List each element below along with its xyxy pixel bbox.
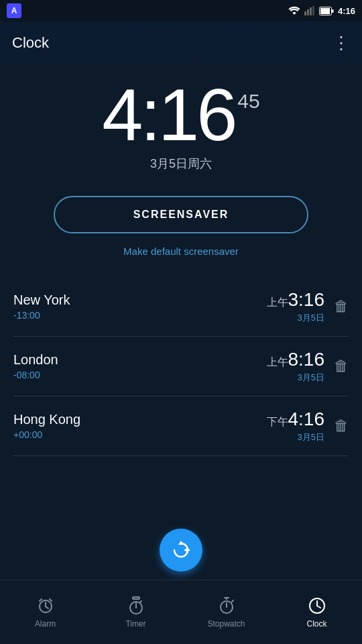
world-time-date-newyork: 3月5日	[298, 312, 324, 324]
delete-icon-newyork[interactable]: 🗑	[334, 298, 349, 315]
clock-item-right-hongkong: 下午4:16 3月5日 🗑	[267, 409, 349, 443]
svg-line-46	[140, 601, 141, 602]
world-time-main-london: 上午8:16	[267, 349, 325, 370]
svg-line-40	[46, 606, 48, 608]
app-header: Clock ⋮	[0, 21, 362, 64]
alarm-icon	[36, 596, 55, 615]
nav-item-alarm[interactable]: Alarm	[0, 596, 90, 629]
clock-main-time: 4:16	[102, 78, 235, 152]
time-prefix-newyork: 上午	[267, 297, 288, 308]
menu-button[interactable]: ⋮	[333, 33, 350, 54]
stopwatch-icon	[217, 596, 236, 615]
status-right: 4:16	[288, 6, 355, 16]
world-time-main-hongkong: 下午4:16	[267, 409, 325, 430]
world-time-main-newyork: 上午3:16	[267, 289, 325, 311]
time-offset-newyork: -13:00	[13, 310, 70, 321]
svg-line-51	[232, 600, 233, 602]
svg-rect-1	[307, 9, 309, 15]
svg-rect-3	[312, 6, 314, 15]
clock-item-left: New York -13:00	[13, 292, 70, 321]
city-name-newyork: New York	[13, 292, 70, 308]
time-prefix-hongkong: 下午	[267, 416, 288, 427]
svg-marker-35	[178, 541, 184, 545]
status-bar: A 4:16	[0, 0, 362, 21]
world-time-date-hongkong: 3月5日	[298, 431, 324, 443]
app-title: Clock	[12, 34, 49, 52]
world-time-newyork: 上午3:16 3月5日	[267, 289, 325, 324]
svg-rect-5	[320, 8, 330, 14]
svg-line-54	[317, 606, 320, 608]
status-time: 4:16	[338, 6, 355, 16]
nav-item-clock[interactable]: Clock	[272, 596, 362, 629]
city-name-hongkong: Hong Kong	[13, 412, 80, 427]
fab-icon	[170, 539, 192, 561]
clock-display: 4:16 45 3月5日周六	[102, 78, 259, 172]
clock-item-right-newyork: 上午3:16 3月5日 🗑	[267, 289, 349, 324]
city-name-london: London	[13, 352, 58, 368]
world-clock-list: New York -13:00 上午3:16 3月5日 🗑 London -08…	[0, 277, 362, 456]
battery-icon	[319, 7, 334, 15]
clock-label: Clock	[306, 619, 326, 629]
timer-icon	[127, 596, 145, 615]
nav-item-stopwatch[interactable]: Stopwatch	[181, 596, 272, 629]
svg-rect-2	[310, 7, 312, 15]
main-content: 4:16 45 3月5日周六 SCREENSAVER Make default …	[0, 64, 362, 456]
clock-item-london: London -08:00 上午8:16 3月5日 🗑	[13, 337, 349, 396]
add-clock-fab[interactable]	[160, 529, 202, 572]
delete-icon-hongkong[interactable]: 🗑	[334, 417, 349, 435]
svg-rect-6	[332, 9, 334, 13]
svg-line-42	[50, 599, 52, 601]
stopwatch-label: Stopwatch	[207, 619, 245, 629]
time-prefix-london: 上午	[267, 356, 288, 368]
wifi-icon	[288, 6, 300, 15]
svg-rect-0	[304, 11, 306, 15]
timer-label: Timer	[125, 619, 145, 629]
clock-item-hongkong: Hong Kong +00:00 下午4:16 3月5日 🗑	[13, 396, 349, 456]
clock-item-left-hongkong: Hong Kong +00:00	[13, 412, 80, 440]
world-time-hongkong: 下午4:16 3月5日	[267, 409, 325, 443]
world-time-date-london: 3月5日	[298, 372, 324, 384]
svg-line-41	[40, 599, 42, 601]
clock-icon	[308, 596, 326, 615]
delete-icon-london[interactable]: 🗑	[334, 358, 349, 375]
bottom-nav: Alarm Timer Stopwatch Clock	[0, 580, 362, 644]
header-area: Clock ⋮	[0, 21, 362, 64]
nav-item-timer[interactable]: Timer	[90, 596, 181, 629]
alarm-label: Alarm	[35, 619, 56, 629]
world-time-london: 上午8:16 3月5日	[267, 349, 325, 384]
clock-seconds: 45	[237, 90, 259, 113]
clock-item-left-london: London -08:00	[13, 352, 58, 380]
svg-rect-43	[133, 597, 139, 599]
clock-time-row: 4:16 45	[102, 78, 259, 152]
signal-icon	[304, 6, 315, 15]
make-default-link[interactable]: Make default screensaver	[123, 246, 239, 257]
screensaver-button[interactable]: SCREENSAVER	[54, 196, 308, 233]
status-left: A	[7, 3, 21, 18]
clock-item-right-london: 上午8:16 3月5日 🗑	[267, 349, 349, 384]
clock-item-newyork: New York -13:00 上午3:16 3月5日 🗑	[13, 277, 349, 337]
clock-date: 3月5日周六	[150, 156, 212, 172]
time-offset-london: -08:00	[13, 370, 58, 380]
time-offset-hongkong: +00:00	[13, 429, 80, 440]
a-icon: A	[7, 3, 21, 18]
